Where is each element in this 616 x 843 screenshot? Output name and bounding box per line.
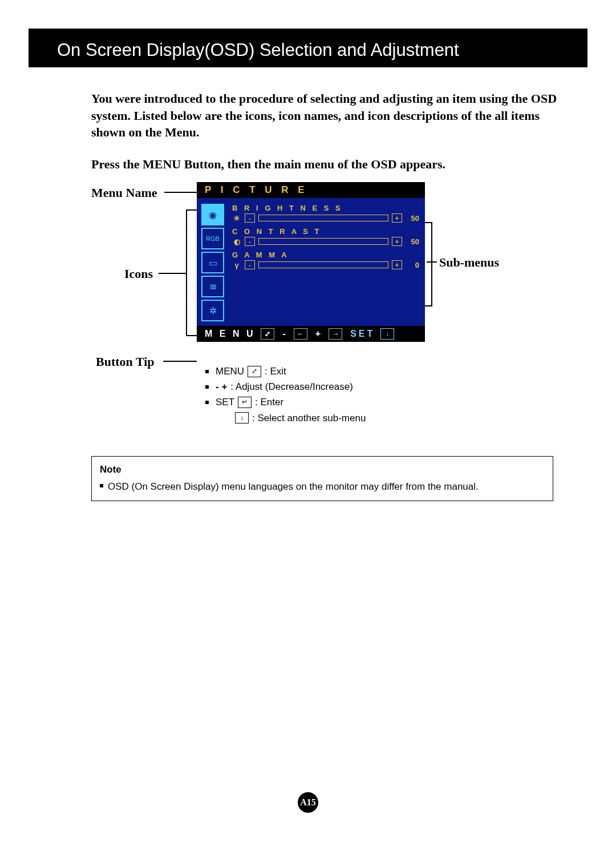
tip-row: MENU ⤢ : Exit — [205, 364, 366, 379]
right-key-icon: → — [329, 328, 342, 340]
osd-button-bar: M E N U⤢ -← +→ SET↓ — [197, 326, 425, 342]
slider-value: 0 — [406, 261, 419, 269]
slider-value: 50 — [406, 237, 419, 246]
button-tip-list: MENU ⤢ : Exit - + : Adjust (Decrease/Inc… — [205, 364, 366, 426]
label-button-tip: Button Tip — [96, 354, 155, 369]
slider-value: 50 — [406, 214, 419, 223]
note-heading: Note — [100, 462, 545, 477]
setting-label: B R I G H T N E S S — [232, 204, 419, 212]
tip-text: : Exit — [265, 364, 286, 379]
gamma-icon: γ — [232, 261, 241, 269]
left-key-icon: ← — [294, 328, 307, 340]
down-key-icon: ↓ — [235, 412, 249, 423]
gear-icon[interactable]: ✲ — [201, 300, 224, 321]
tip-row: - + : Adjust (Decrease/Increase) — [205, 379, 366, 394]
slider-track[interactable] — [258, 215, 388, 221]
setting-gamma: G A M M A γ - + 0 — [232, 251, 419, 269]
decrease-button[interactable]: - — [245, 260, 255, 269]
intro-paragraph-1: You were introduced to the procedure of … — [91, 90, 559, 141]
screen-icon[interactable]: ▭ — [201, 252, 224, 273]
setting-label: C O N T R A S T — [232, 227, 419, 236]
increase-button[interactable]: + — [392, 260, 402, 269]
slider-track[interactable] — [258, 261, 388, 268]
osd-icon-column: ◉ RGB ▭ ≋ ✲ — [197, 198, 232, 326]
bullet-icon — [205, 385, 209, 389]
decrease-button[interactable]: - — [245, 237, 255, 246]
wave-icon[interactable]: ≋ — [201, 276, 224, 297]
connector-line — [159, 273, 186, 274]
connector-line — [164, 192, 197, 193]
tip-text: : Enter — [255, 394, 283, 410]
brightness-icon: ☀ — [232, 214, 241, 223]
osd-menu-title: P I C T U R E — [197, 182, 425, 198]
tip-text: : Select another sub-menu — [252, 410, 366, 426]
enter-key-icon: ↵ — [238, 397, 252, 408]
increase-button[interactable]: + — [392, 213, 402, 223]
decrease-button[interactable]: - — [245, 213, 255, 223]
tip-prefix: MENU — [216, 364, 244, 379]
menu-button-label[interactable]: M E N U — [205, 329, 255, 339]
intro-paragraph-2: Press the MENU Button, then the main men… — [91, 157, 559, 172]
setting-label: G A M M A — [232, 251, 419, 259]
page-title: On Screen Display(OSD) Selection and Adj… — [29, 29, 587, 67]
note-box: Note OSD (On Screen Display) menu langua… — [91, 456, 553, 501]
connector-line — [431, 222, 432, 306]
setting-contrast: C O N T R A S T ◐ - + 50 — [232, 227, 419, 246]
bullet-icon — [205, 370, 209, 373]
osd-diagram: Menu Name Icons Button Tip Sub-menus P I… — [91, 182, 548, 445]
slider-track[interactable] — [258, 238, 388, 245]
label-sub-menus: Sub-menus — [439, 255, 499, 270]
osd-panel: P I C T U R E ◉ RGB ▭ ≋ ✲ B R I G H T N … — [197, 182, 425, 342]
setting-brightness: B R I G H T N E S S ☀ - + 50 — [232, 204, 419, 223]
osd-settings: B R I G H T N E S S ☀ - + 50 C O N T R A… — [232, 198, 425, 326]
set-button-label[interactable]: SET — [350, 329, 375, 339]
note-text: OSD (On Screen Display) menu languages o… — [108, 479, 479, 494]
connector-line — [163, 361, 197, 362]
exit-key-icon: ⤢ — [261, 328, 274, 340]
plus-button-label[interactable]: + — [315, 329, 323, 339]
tip-prefix: SET — [216, 394, 234, 410]
picture-icon[interactable]: ◉ — [201, 204, 224, 225]
exit-key-icon: ⤢ — [248, 366, 261, 377]
bullet-icon — [100, 484, 103, 487]
minus-button-label[interactable]: - — [282, 329, 287, 339]
label-menu-name: Menu Name — [91, 185, 157, 200]
increase-button[interactable]: + — [392, 237, 402, 246]
enter-key-icon: ↓ — [380, 328, 394, 340]
tip-row: SET ↵ : Enter — [205, 394, 366, 410]
tip-row: ↓ : Select another sub-menu — [205, 410, 366, 426]
rgb-icon[interactable]: RGB — [201, 228, 224, 249]
contrast-icon: ◐ — [232, 237, 241, 246]
bullet-icon — [205, 401, 209, 404]
page-number: A15 — [34, 792, 582, 813]
label-icons: Icons — [124, 267, 153, 281]
tip-prefix: - + — [216, 379, 227, 394]
connector-line — [186, 209, 187, 336]
tip-text: : Adjust (Decrease/Increase) — [230, 379, 352, 394]
